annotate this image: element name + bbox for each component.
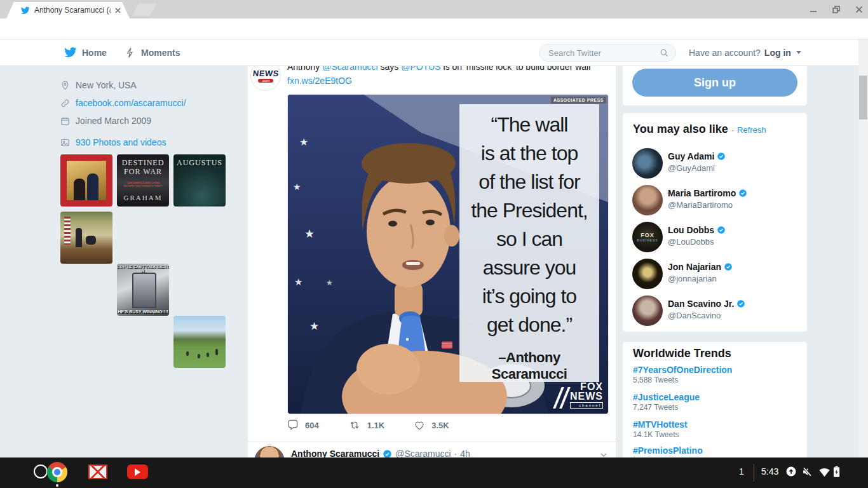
window-close-icon[interactable] [855, 6, 863, 13]
tab-moments[interactable]: Moments [125, 39, 180, 65]
tweet-url-link[interactable]: fxn.ws/2eE9tOG [287, 76, 352, 86]
tweet-media-image[interactable]: ★ ★ ★ ★ ★ ★ ★ [287, 94, 609, 414]
youtube-icon[interactable] [127, 464, 148, 479]
like-button[interactable]: 3.5K [414, 419, 449, 431]
trends-title: Worldwide Trends [633, 347, 731, 360]
divider [248, 442, 616, 442]
profile-photos: 930 Photos and videos [60, 137, 166, 147]
profile-photos-link[interactable]: 930 Photos and videos [76, 137, 166, 147]
media-thumb-book[interactable]: DESTINED FOR WAR CAN AMERICA AND CHINA E… [117, 154, 169, 207]
moments-bolt-icon [125, 47, 136, 58]
login-caret-icon[interactable] [796, 51, 801, 54]
gmail-icon[interactable] [88, 464, 107, 479]
search-input[interactable] [547, 48, 651, 58]
avatar-news-text: NEWS [252, 69, 280, 78]
media-thumb-photo[interactable] [60, 154, 112, 207]
verified-badge-icon [736, 299, 745, 308]
account-name[interactable]: Guy Adami [668, 151, 714, 161]
window-count: 1 [736, 466, 747, 477]
trend-link[interactable]: #7YearsOfOneDirection [633, 365, 732, 375]
tab-home[interactable]: Home [64, 39, 107, 65]
quote-line: is at the top [459, 139, 599, 168]
suggested-account[interactable]: Guy Adami @GuyAdami [632, 148, 797, 179]
account-handle[interactable]: @GuyAdami [668, 163, 715, 173]
tab-home-label: Home [82, 48, 107, 58]
wifi-icon[interactable] [818, 466, 831, 477]
refresh-link[interactable]: Refresh [737, 125, 766, 135]
account-handle[interactable]: @LouDobbs [668, 237, 714, 247]
trend-link[interactable]: #MTVHottest [633, 419, 688, 430]
signup-button[interactable]: Sign up [632, 69, 797, 97]
trend-link[interactable]: #PremiosPlatino [633, 445, 703, 456]
quote-panel: “The wall is at the top of the list for … [459, 104, 599, 382]
media-thumb-augustus[interactable]: AUGUSTUS [173, 154, 226, 207]
account-prompt: Have an account? [689, 48, 761, 58]
quote-line: of the list for [459, 168, 599, 196]
suggested-account[interactable]: Jon Najarian @jonnajarian [632, 259, 797, 289]
browser-tab[interactable]: Anthony Scaramucci (@ [6, 2, 130, 18]
update-icon[interactable] [785, 466, 797, 477]
account-name[interactable]: Maria Bartiromo [668, 188, 736, 198]
account-name[interactable]: Lou Dobbs [668, 225, 714, 235]
person-dot [207, 353, 209, 357]
trend-count: 5,588 Tweets [633, 376, 678, 384]
scrollbar-thumb[interactable] [859, 76, 867, 119]
battery-charging-icon[interactable] [833, 466, 840, 478]
launcher-icon[interactable] [34, 464, 48, 478]
meme-bottom-text: HE'S BUSY WINNING!!!! [117, 309, 169, 314]
suggested-account[interactable]: Dan Scavino Jr. @DanScavino [632, 295, 797, 326]
quote-line: get done.” [459, 311, 599, 339]
search-box[interactable] [539, 44, 676, 62]
avatar[interactable] [632, 148, 663, 179]
new-tab-button[interactable] [132, 4, 156, 16]
search-icon[interactable] [660, 48, 669, 58]
tab-title: Anthony Scaramucci (@ [34, 6, 111, 15]
screen: Anthony Scaramucci (@ Twitter, Inc. [US]… [0, 0, 868, 488]
svg-text:★: ★ [293, 182, 301, 192]
profile-joined-text: Joined March 2009 [76, 116, 151, 126]
tweet-detail-card: NEWS .com Anthony @Scaramucci says @POTU… [248, 39, 616, 488]
avatar[interactable] [632, 259, 663, 289]
account-handle[interactable]: @DanScavino [668, 311, 721, 320]
clock[interactable]: 5:43 [761, 466, 778, 477]
media-thumb-oval-office[interactable] [60, 212, 112, 264]
chrome-active-dot [56, 484, 58, 487]
figure-silhouette [74, 179, 85, 200]
account-name[interactable]: Dan Scavino Jr. [668, 299, 734, 309]
account-handle[interactable]: @jonnajarian [668, 274, 717, 283]
account-name[interactable]: Jon Najarian [668, 262, 721, 272]
window-restore-icon[interactable] [832, 6, 840, 13]
retweet-icon[interactable] [348, 419, 361, 431]
profile-location: New York, USA [60, 80, 137, 90]
retweet-button[interactable]: 1.1K [348, 419, 384, 431]
associated-press-credit: ASSOCIATED PRESS [551, 97, 606, 104]
twitter-bird-icon[interactable] [64, 46, 77, 59]
window-controls [810, 0, 863, 18]
avatar-com-text: .com [258, 79, 273, 83]
media-thumb-meme[interactable]: RRY' HE CAN'T TALK RIGHT N HE'S BUSY WIN… [117, 264, 169, 316]
location-pin-icon [60, 81, 70, 90]
heart-icon[interactable] [414, 419, 425, 431]
suggested-account[interactable]: FOX BUSINESS Lou Dobbs @LouDobbs [632, 222, 797, 252]
trend-count: 7,247 Tweets [633, 403, 678, 412]
suggested-account[interactable]: Maria Bartiromo @MariaBartiromo [632, 185, 797, 215]
account-handle[interactable]: @MariaBartiromo [668, 200, 733, 210]
avatar[interactable]: FOX BUSINESS [632, 222, 663, 252]
tab-close-icon[interactable] [115, 8, 121, 13]
trend-link[interactable]: #JusticeLeague [633, 392, 700, 402]
verified-badge-icon [738, 189, 747, 198]
account-area: Have an account? Log in [689, 39, 801, 65]
window-minimize-icon[interactable] [810, 6, 817, 13]
avatar[interactable] [632, 295, 663, 326]
profile-website-link[interactable]: facebook.com/ascaramucci/ [76, 98, 186, 108]
book-title-line2: FOR WAR [124, 167, 162, 176]
reply-button[interactable]: 604 [287, 419, 319, 431]
reply-icon[interactable] [287, 419, 299, 431]
chrome-icon[interactable] [47, 462, 67, 482]
photo-frame [67, 161, 106, 200]
media-thumb-park[interactable] [173, 316, 226, 368]
avatar[interactable] [632, 185, 663, 215]
volume-muted-icon[interactable] [801, 466, 813, 478]
meme-chair [132, 273, 156, 308]
login-button[interactable]: Log in [764, 48, 791, 58]
